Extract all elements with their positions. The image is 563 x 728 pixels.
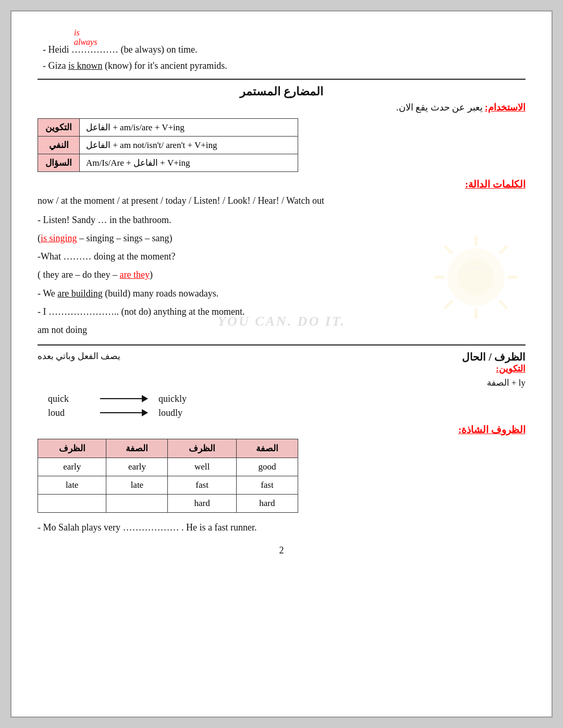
exc-adj-hard: hard [236,494,298,512]
arrow-symbol-2 [100,409,148,416]
exceptions-row-3: hard hard [38,494,298,512]
top-divider [38,79,525,80]
label-negative: النفي [38,137,80,154]
is-singing: is singing [41,233,77,243]
exc-adv-empty [38,494,106,512]
exc-adv-hard: hard [168,494,236,512]
table-row-formation: التكوين الفاعل + am/is/are + V+ing [38,119,298,137]
col-adverb-2: الظرف [38,439,106,458]
arrow-quick: quick quickly [38,393,525,404]
present-continuous-title: المضارع المستمر [38,85,525,98]
arrow-line [100,398,142,399]
exc-adj-empty [106,494,168,512]
usage-label: الاستخدام: [485,102,525,113]
formation-label: التكوين: [38,363,525,374]
arrow-loud: loud loudly [38,408,525,418]
example-line-2: - Giza is known (know) for it's ancient … [43,58,525,74]
exceptions-table: الظرف الصفة الظرف الصفة early early well… [38,439,298,513]
col-adverb-1: الظرف [168,439,236,458]
formula-question: Am/Is/Are + الفاعل + V+ing [80,154,298,172]
final-example: - Mo Salah plays very ……………… . He is a f… [38,519,525,536]
am-not-doing: am not doing [38,322,525,339]
table-row-negative: النفي الفاعل + am not/isn't/ aren't + V+… [38,137,298,154]
are-they: are they [119,269,149,280]
example-2: (is singing – singing – sings – sang) [38,230,525,247]
exc-adj-good: good [236,458,298,476]
arrow-head-2 [142,409,148,416]
middle-divider [38,344,525,346]
col-adjective-2: الصفة [106,439,168,458]
exceptions-header-row: الظرف الصفة الظرف الصفة [38,439,298,458]
exc-adv-early: early [38,458,106,476]
answer-is-always: is always [74,28,97,47]
exc-adv-well: well [168,458,236,476]
exc-adv-fast: fast [168,476,236,494]
keywords: now / at the moment / at present / today… [38,192,525,209]
word-quickly: quickly [158,393,187,404]
usage-subtitle: الاستخدام: يعبر عن حدث يقع الان. [38,102,525,113]
formula-negative: الفاعل + am not/isn't/ aren't + V+ing [80,137,298,154]
adverb-description: يصف الفعل وباتي بعده [38,351,120,362]
indicator-label: الكلمات الدالة: [38,178,525,190]
exceptions-row-1: early early well good [38,458,298,476]
exc-adj-late: late [106,476,168,494]
table-row-question: السؤال Am/Is/Are + الفاعل + V+ing [38,154,298,172]
arrow-head [142,395,148,402]
example-line-1: - Heidi …………… (be always) on time. [43,42,525,58]
exceptions-label: الظروف الشاذة: [38,424,525,436]
exc-adv-late: late [38,476,106,494]
exceptions-row-2: late late fast fast [38,476,298,494]
grammar-table: التكوين الفاعل + am/is/are + V+ing النفي… [38,118,298,172]
word-quick: quick [48,393,90,404]
label-formation: التكوين [38,119,80,137]
exc-adj-early: early [106,458,168,476]
adverb-formula: ly + الصفة [38,377,525,388]
arrow-line-2 [100,412,142,413]
word-loudly: loudly [158,408,182,418]
word-loud: loud [48,408,90,418]
example-3: -What ……… doing at the moment? [38,248,525,265]
exc-adj-fast: fast [236,476,298,494]
page-number: 2 [38,545,525,556]
example-6: - I ………………….. (not do) anything at the m… [38,303,525,320]
example-1: - Listen! Sandy … in the bathroom. [38,212,525,229]
col-adjective-1: الصفة [236,439,298,458]
example-5: - We are building (build) many roads now… [38,285,525,302]
label-question: السؤال [38,154,80,172]
arrow-symbol [100,395,148,402]
usage-text: يعبر عن حدث يقع الان. [396,102,483,113]
are-building: are building [57,288,102,299]
is-known-answer: is known [68,60,103,71]
adverb-title: الظرف / الحال [462,351,525,363]
example-4: ( they are – do they – are they) [38,266,525,283]
formula-formation: الفاعل + am/is/are + V+ing [80,119,298,137]
